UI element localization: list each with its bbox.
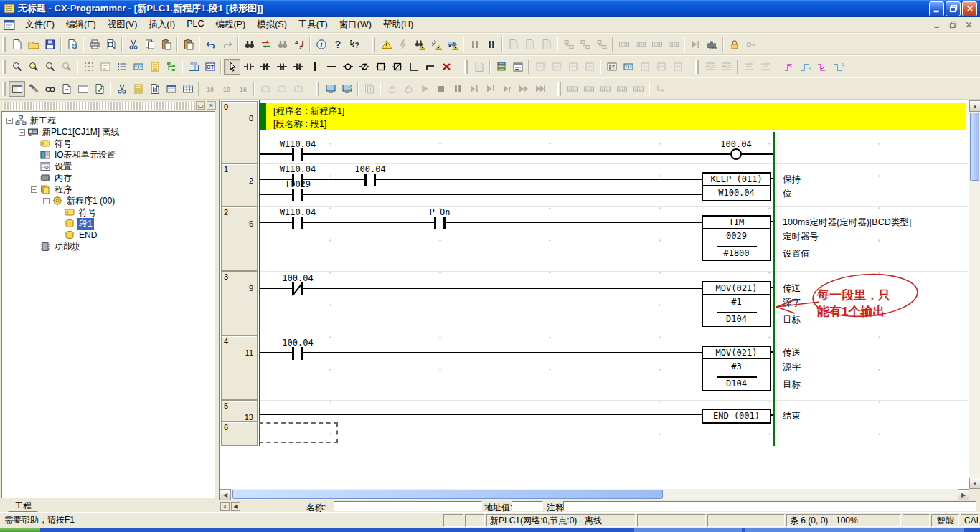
sim-pause-button[interactable] <box>449 81 466 97</box>
diff-down-immediate-button[interactable]: % <box>830 59 847 75</box>
section-view-button[interactable] <box>146 81 163 97</box>
name-field[interactable] <box>334 501 482 511</box>
taskbar-task-1[interactable] <box>634 528 742 532</box>
menu-view[interactable]: 视图(V) <box>102 17 143 32</box>
pause-hold-button[interactable] <box>383 81 400 97</box>
rung-header-5[interactable]: 513 <box>221 400 258 422</box>
menu-program[interactable]: 编程(P) <box>209 17 251 32</box>
instruction-block[interactable]: MOV(021)#1D104 <box>702 281 771 327</box>
new-inverse-button[interactable] <box>405 59 422 75</box>
tree-item-plc1[interactable]: −新PLC1[CJ1M] 离线 <box>2 126 215 138</box>
compare-with-plc-button[interactable] <box>538 37 555 52</box>
new-coil-button[interactable] <box>339 59 356 75</box>
io-comment-button[interactable] <box>130 59 146 75</box>
new-button[interactable] <box>9 37 25 52</box>
differential-monitor-button[interactable] <box>361 81 377 97</box>
mdi-close-button[interactable] <box>963 20 974 30</box>
menu-file[interactable]: 文件(F) <box>19 17 60 32</box>
toolbar-grip[interactable] <box>695 60 699 74</box>
toggle-workspace-button[interactable] <box>9 81 25 97</box>
transfer-to-plc-button[interactable] <box>505 37 522 52</box>
print-button[interactable] <box>86 37 103 52</box>
breakpoint-clear-button[interactable] <box>580 81 597 97</box>
edit-comment-button[interactable] <box>653 59 669 75</box>
breakpoint-list-button[interactable] <box>613 81 630 97</box>
tree-item-project[interactable]: −新工程 <box>2 115 215 126</box>
workspace-drag-grip[interactable] <box>3 102 195 110</box>
tree-item-programs[interactable]: −程序 <box>2 184 215 195</box>
edit-rung-button[interactable] <box>471 59 487 75</box>
force-on-button[interactable] <box>257 81 273 97</box>
scroll-up-button[interactable]: ▲ <box>969 100 980 112</box>
tree-expander-project[interactable]: − <box>6 118 13 124</box>
menu-plc[interactable]: PLC <box>181 17 209 32</box>
tree-item-settings[interactable]: 设置 <box>2 161 215 172</box>
rung-header-4[interactable]: 411 <box>221 336 258 400</box>
tree-expander-plc1[interactable]: − <box>19 129 25 136</box>
sim-run-button[interactable] <box>416 81 433 97</box>
instruction-block[interactable]: KEEP (011)W100.04 <box>702 172 771 201</box>
breakpoint-run-button[interactable] <box>630 81 646 97</box>
horizontal-scrollbar[interactable]: ◀ ▶ <box>220 489 969 500</box>
redo-button[interactable] <box>219 37 235 52</box>
force-cancel-button[interactable] <box>290 81 306 97</box>
compile-all-programs-button[interactable] <box>395 37 411 52</box>
align-bottom-button[interactable] <box>757 59 773 75</box>
toolbar-grip[interactable] <box>316 82 319 96</box>
toolbar-grip[interactable] <box>2 82 6 96</box>
line-connect-mode-button[interactable] <box>422 59 438 75</box>
restore-button[interactable] <box>946 1 961 16</box>
horizontal-scroll-thumb[interactable] <box>232 490 663 499</box>
address-reference-tool-button[interactable] <box>113 81 130 97</box>
vertical-scrollbar[interactable]: ▲ ▼ <box>969 100 980 489</box>
new-closed-coil-button[interactable] <box>356 59 372 75</box>
tree-item-io-table[interactable]: IO表和单元设置 <box>2 149 215 161</box>
breakpoint-all-clear-button[interactable] <box>597 81 613 97</box>
edit-attr-button[interactable] <box>669 59 686 75</box>
select-tool-button[interactable] <box>224 59 240 75</box>
show-grid-button[interactable] <box>80 59 97 75</box>
help-button[interactable]: ? <box>329 37 346 52</box>
scan-run-button[interactable] <box>532 81 548 97</box>
browse-button[interactable] <box>509 59 526 75</box>
diff-up-button[interactable] <box>781 59 797 75</box>
tree-item-program1[interactable]: −新程序1 (00) <box>2 195 215 206</box>
instruction-block[interactable]: MOV(021)#3D104 <box>702 346 771 391</box>
watch-io-button[interactable] <box>620 59 636 75</box>
rung-header-3[interactable]: 39 <box>221 271 258 336</box>
symbol-bar-button[interactable] <box>146 59 163 75</box>
simulator-online-button[interactable] <box>322 81 339 97</box>
watch-window-button[interactable] <box>42 81 58 97</box>
tree-item-symbols[interactable]: 符号 <box>2 138 215 149</box>
workspace-close-button[interactable]: × <box>207 101 216 110</box>
scroll-left-button[interactable]: ◀ <box>220 489 231 500</box>
memory-view-button[interactable] <box>179 81 196 97</box>
rung-header-6[interactable]: 6 <box>221 422 258 446</box>
undo-button[interactable] <box>202 37 219 52</box>
tree-item-section1[interactable]: 段1 <box>2 218 215 229</box>
new-or-closed-contact-button[interactable] <box>290 59 306 75</box>
diff-down-button[interactable] <box>814 59 830 75</box>
save-button[interactable] <box>42 37 58 52</box>
toolbar-grip[interactable] <box>2 60 6 74</box>
tree-item-memory[interactable]: 内存 <box>2 172 215 184</box>
symbol-table-button[interactable] <box>130 81 146 97</box>
workspace-pin-button[interactable]: ▭ <box>196 101 205 110</box>
zoom-out-button[interactable] <box>42 59 58 75</box>
zoom-in-button[interactable] <box>25 59 42 75</box>
continuous-step-button[interactable] <box>515 81 532 97</box>
print-preview-button[interactable] <box>103 37 119 52</box>
insert-rung-below-button[interactable] <box>548 59 565 75</box>
compile-program-check-button[interactable] <box>378 37 395 52</box>
menu-help[interactable]: 帮助(H) <box>377 17 419 32</box>
statement-list-button[interactable] <box>113 59 130 75</box>
work-online-button[interactable] <box>560 37 577 52</box>
menu-edit[interactable]: 编辑(E) <box>60 17 102 32</box>
watchbar-collapse-button[interactable]: ◀ <box>231 502 240 511</box>
monitor-decimal-button[interactable]: 10 <box>202 81 218 97</box>
toolbar-grip[interactable] <box>464 60 468 74</box>
monitor-rack-d-button[interactable] <box>665 37 682 52</box>
tab-project[interactable]: 工程 <box>3 500 43 512</box>
address-field[interactable] <box>512 501 543 511</box>
menu-insert[interactable]: 插入(I) <box>143 17 181 32</box>
